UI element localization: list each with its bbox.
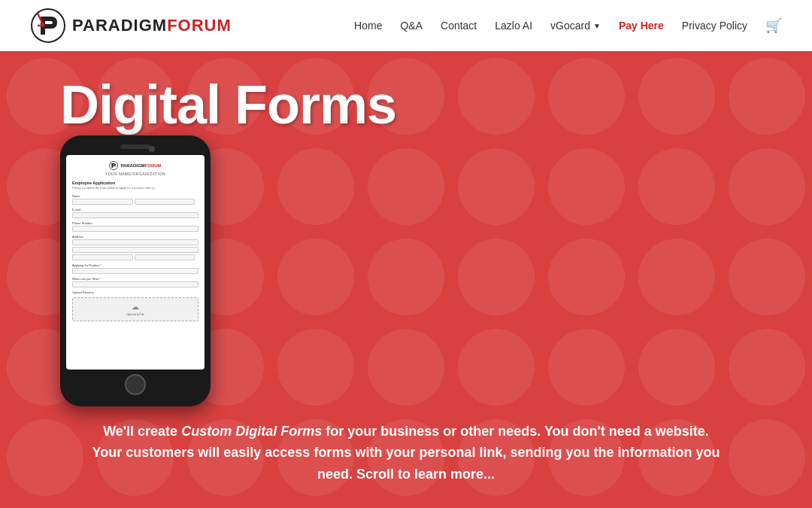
form-city-zip-row xyxy=(72,254,198,260)
form-org-name: YOUR NAME/ORGANIZATION xyxy=(72,172,198,176)
logo-text: PARADIGMFORUM xyxy=(72,16,232,35)
form-label-start: When can you Start * xyxy=(72,277,198,281)
form-logo-area: PARADIGMFORUM xyxy=(72,161,198,170)
form-label-name: Name xyxy=(72,194,198,198)
form-field-position xyxy=(72,268,198,274)
form-field-lastname xyxy=(135,199,195,205)
form-field-zip xyxy=(135,254,195,260)
form-upload-label: Upload a File xyxy=(77,312,193,316)
phone-home-button xyxy=(125,374,146,395)
logo[interactable]: PARADIGMFORUM xyxy=(30,8,232,44)
form-field-phone xyxy=(72,226,198,232)
phone-camera xyxy=(149,146,155,152)
form-logo-text: PARADIGMFORUM xyxy=(120,163,161,168)
hero-middle: PARADIGMFORUM YOUR NAME/ORGANIZATION Emp… xyxy=(0,143,812,406)
form-field-email xyxy=(72,212,198,218)
phone-mockup: PARADIGMFORUM YOUR NAME/ORGANIZATION Emp… xyxy=(60,135,211,406)
upload-cloud-icon: ☁ xyxy=(77,303,193,311)
form-screen: PARADIGMFORUM YOUR NAME/ORGANIZATION Emp… xyxy=(66,155,205,327)
form-label-email: E-mail xyxy=(72,208,198,211)
form-field-firstname xyxy=(72,199,133,205)
nav-home[interactable]: Home xyxy=(354,20,382,32)
form-title: Employee Application xyxy=(72,181,198,185)
form-logo-icon xyxy=(109,161,118,170)
nav-qa[interactable]: Q&A xyxy=(400,20,423,32)
hero-description: We'll create Custom Digital Forms for yo… xyxy=(0,421,812,485)
chevron-down-icon: ▼ xyxy=(593,22,601,30)
page-title: Digital Forms xyxy=(0,51,812,143)
nav-privacy-policy[interactable]: Privacy Policy xyxy=(682,20,747,32)
form-name-row xyxy=(72,199,198,205)
cart-icon[interactable]: 🛒 xyxy=(765,17,782,34)
form-upload-area: ☁ Upload a File xyxy=(72,297,198,321)
form-label-position: Applying for Position * xyxy=(72,263,198,267)
nav-contact[interactable]: Contact xyxy=(441,20,477,32)
form-label-phone: Phone Number xyxy=(72,221,198,225)
phone-screen: PARADIGMFORUM YOUR NAME/ORGANIZATION Emp… xyxy=(66,155,205,370)
form-field-city xyxy=(72,254,133,260)
form-field-start xyxy=(72,281,198,287)
form-label-address: Address xyxy=(72,235,198,239)
form-field-street xyxy=(72,239,198,245)
nav-vgocard[interactable]: vGocard ▼ xyxy=(550,20,601,32)
form-subtitle: Please complete the form below to apply … xyxy=(72,186,198,190)
form-field-street2 xyxy=(72,247,198,253)
site-header: PARADIGMFORUM Home Q&A Contact Lazlo AI … xyxy=(0,0,812,51)
main-nav: Home Q&A Contact Lazlo AI vGocard ▼ Pay … xyxy=(354,17,782,34)
phone-speaker xyxy=(120,144,150,149)
form-label-upload: Upload Resume xyxy=(72,291,198,294)
nav-lazlo-ai[interactable]: Lazlo AI xyxy=(495,20,532,32)
logo-icon xyxy=(30,8,66,44)
hero-content: Digital Forms xyxy=(0,51,812,406)
nav-pay-here[interactable]: Pay Here xyxy=(619,20,664,32)
hero-section: Digital Forms xyxy=(0,51,812,508)
